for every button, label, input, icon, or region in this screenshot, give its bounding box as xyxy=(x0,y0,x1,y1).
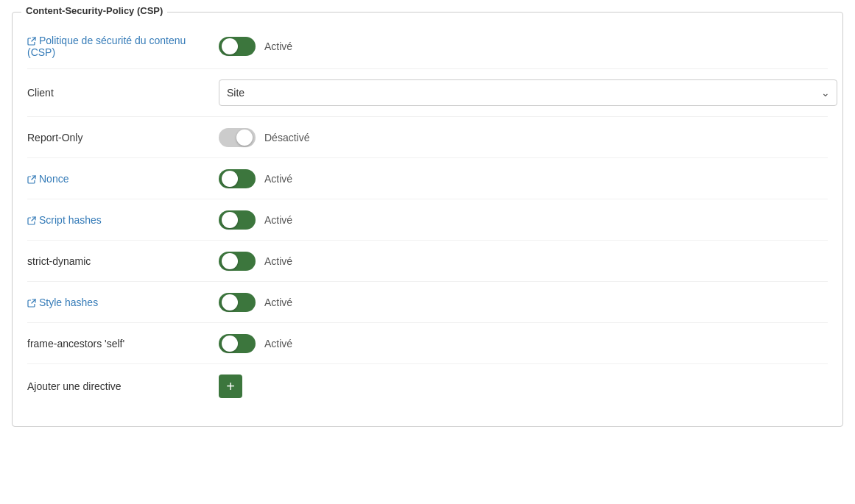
label-script-hashes: Script hashes xyxy=(27,214,219,226)
client-select-wrapper: Site Client ⌄ xyxy=(219,79,837,106)
control-frame-ancestors: Activé xyxy=(219,334,828,353)
toggle-track-report-only xyxy=(219,128,256,147)
label-strict-dynamic: strict-dynamic xyxy=(27,255,219,267)
toggle-report-only[interactable] xyxy=(219,128,256,147)
toggle-label-nonce: Activé xyxy=(264,173,292,185)
link-script-hashes[interactable]: Script hashes xyxy=(27,214,102,226)
control-add-directive: + xyxy=(219,375,828,398)
toggle-label-frame-ancestors: Activé xyxy=(264,338,292,349)
toggle-csp-policy[interactable] xyxy=(219,37,256,56)
label-add-directive: Ajouter une directive xyxy=(27,380,219,392)
row-script-hashes: Script hashes Activé xyxy=(27,199,828,241)
row-add-directive: Ajouter une directive + xyxy=(27,364,828,408)
toggle-label-style-hashes: Activé xyxy=(264,297,292,308)
toggle-track-style-hashes xyxy=(219,293,256,312)
label-frame-ancestors: frame-ancestors 'self' xyxy=(27,338,219,349)
toggle-track-csp-policy xyxy=(219,37,256,56)
external-link-icon xyxy=(27,299,36,308)
link-csp-policy[interactable]: Politique de sécurité du contenu (CSP) xyxy=(27,35,186,58)
row-style-hashes: Style hashes Activé xyxy=(27,282,828,323)
toggle-strict-dynamic[interactable] xyxy=(219,252,256,271)
toggle-label-report-only: Désactivé xyxy=(264,132,309,143)
toggle-thumb-script-hashes xyxy=(222,212,238,228)
client-select[interactable]: Site Client xyxy=(219,79,837,106)
toggle-script-hashes[interactable] xyxy=(219,210,256,230)
toggle-label-strict-dynamic: Activé xyxy=(264,255,292,267)
label-style-hashes: Style hashes xyxy=(27,297,219,308)
control-csp-policy: Activé xyxy=(219,37,828,56)
toggle-thumb-report-only xyxy=(236,129,253,146)
label-report-only: Report-Only xyxy=(27,132,219,143)
external-link-icon xyxy=(27,37,36,46)
control-style-hashes: Activé xyxy=(219,293,828,312)
toggle-label-csp-policy: Activé xyxy=(264,40,292,52)
row-client: Client Site Client ⌄ xyxy=(27,69,828,117)
row-csp-policy: Politique de sécurité du contenu (CSP) A… xyxy=(27,24,828,69)
add-directive-button[interactable]: + xyxy=(219,375,242,398)
link-nonce[interactable]: Nonce xyxy=(27,173,68,185)
control-nonce: Activé xyxy=(219,169,828,188)
toggle-track-strict-dynamic xyxy=(219,252,256,271)
toggle-track-nonce xyxy=(219,169,256,188)
toggle-nonce[interactable] xyxy=(219,169,256,188)
toggle-thumb-style-hashes xyxy=(222,294,238,310)
page-wrapper: Content-Security-Policy (CSP) Politique … xyxy=(0,0,855,504)
external-link-icon xyxy=(27,216,36,225)
external-link-icon xyxy=(27,175,36,184)
label-csp-policy: Politique de sécurité du contenu (CSP) xyxy=(27,35,219,58)
fieldset-legend: Content-Security-Policy (CSP) xyxy=(21,5,167,16)
control-strict-dynamic: Activé xyxy=(219,252,828,271)
row-frame-ancestors: frame-ancestors 'self' Activé xyxy=(27,323,828,364)
toggle-track-frame-ancestors xyxy=(219,334,256,353)
row-report-only: Report-Only Désactivé xyxy=(27,117,828,158)
control-client: Site Client ⌄ xyxy=(219,79,837,106)
toggle-track-script-hashes xyxy=(219,210,256,230)
toggle-thumb-nonce xyxy=(222,171,238,187)
row-nonce: Nonce Activé xyxy=(27,158,828,199)
label-client: Client xyxy=(27,87,219,99)
control-script-hashes: Activé xyxy=(219,210,828,230)
toggle-frame-ancestors[interactable] xyxy=(219,334,256,353)
row-strict-dynamic: strict-dynamic Activé xyxy=(27,241,828,282)
toggle-thumb-csp-policy xyxy=(222,38,238,54)
toggle-label-script-hashes: Activé xyxy=(264,214,292,226)
control-report-only: Désactivé xyxy=(219,128,828,147)
toggle-style-hashes[interactable] xyxy=(219,293,256,312)
toggle-thumb-strict-dynamic xyxy=(222,253,238,269)
toggle-thumb-frame-ancestors xyxy=(222,336,238,352)
csp-fieldset: Content-Security-Policy (CSP) Politique … xyxy=(12,12,843,427)
link-style-hashes[interactable]: Style hashes xyxy=(27,297,98,308)
label-nonce: Nonce xyxy=(27,173,219,185)
